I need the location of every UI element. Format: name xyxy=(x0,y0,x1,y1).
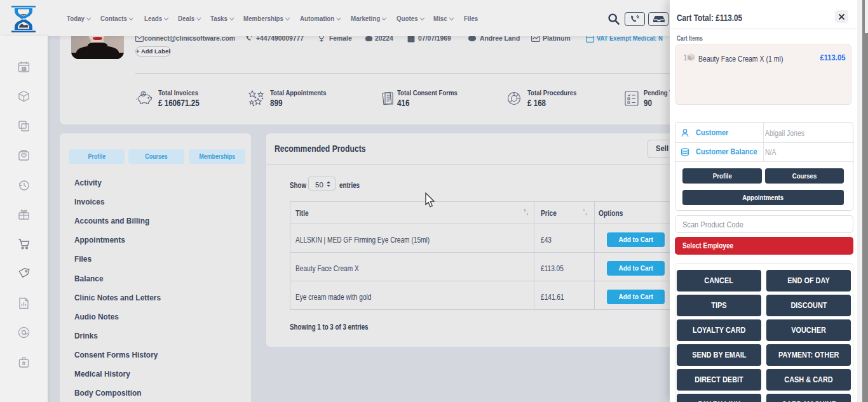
svg-text:12: 12 xyxy=(22,67,27,71)
